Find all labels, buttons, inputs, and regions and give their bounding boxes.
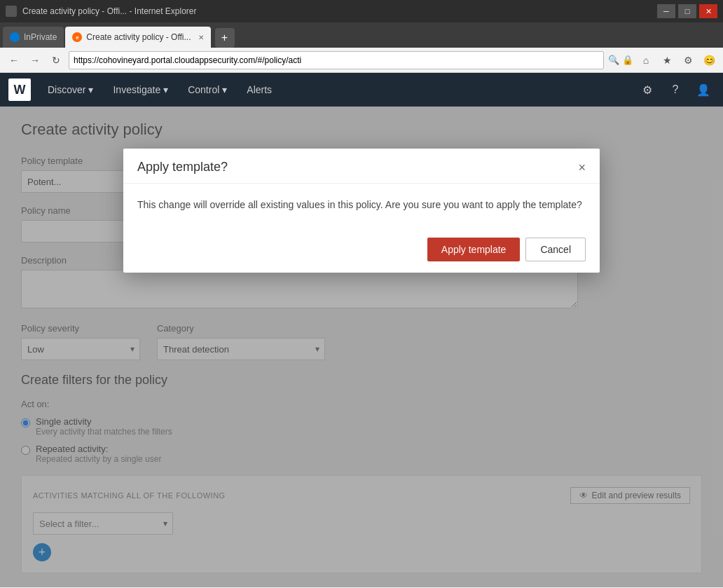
help-icon-btn[interactable]: ? xyxy=(664,78,687,101)
title-bar: Create activity policy - Offi... - Inter… xyxy=(0,0,723,22)
new-tab-button[interactable]: + xyxy=(215,28,235,48)
nav-control[interactable]: Control ▾ xyxy=(179,73,235,107)
apply-template-button[interactable]: Apply template xyxy=(427,238,521,261)
emoji-button[interactable]: 😊 xyxy=(701,52,717,69)
modal-body: This change will override all existing v… xyxy=(123,184,600,226)
address-bar: ← → ↻ 🔍 🔒 ⌂ ★ ⚙ 😊 xyxy=(0,48,723,73)
modal-title: Apply template? xyxy=(137,160,228,175)
modal-close-button[interactable]: × xyxy=(578,161,586,174)
tab-inprivate[interactable]: InPrivate xyxy=(3,27,64,48)
nav-right: ⚙ ? 👤 xyxy=(636,78,715,101)
nav-alerts[interactable]: Alerts xyxy=(238,73,280,107)
modal-overlay: Apply template? × This change will overr… xyxy=(0,107,723,587)
close-button[interactable]: ✕ xyxy=(699,4,717,18)
forward-button[interactable]: → xyxy=(27,52,43,69)
nav-discover[interactable]: Discover ▾ xyxy=(39,73,102,107)
back-button[interactable]: ← xyxy=(6,52,22,69)
home-button[interactable]: ⌂ xyxy=(638,52,654,69)
favorites-button[interactable]: ★ xyxy=(659,52,675,69)
search-icon: 🔍 xyxy=(608,55,619,65)
tab-inprivate-label: InPrivate xyxy=(24,32,57,42)
refresh-button[interactable]: ↻ xyxy=(48,52,64,69)
tab-policy-label: Create activity policy - Offi... xyxy=(86,32,191,42)
tab-bar: InPrivate e Create activity policy - Off… xyxy=(0,22,723,48)
cancel-button[interactable]: Cancel xyxy=(525,238,586,261)
address-icons: 🔍 🔒 xyxy=(608,55,633,65)
minimize-button[interactable]: ─ xyxy=(657,4,675,18)
title-bar-controls: ─ □ ✕ xyxy=(657,4,717,18)
policy-favicon: e xyxy=(72,32,82,42)
nav-investigate-label: Investigate xyxy=(113,84,160,95)
title-bar-text: Create activity policy - Offi... - Inter… xyxy=(22,6,652,16)
nav-investigate-chevron: ▾ xyxy=(163,84,168,95)
nav-investigate[interactable]: Investigate ▾ xyxy=(104,73,177,107)
lock-icon: 🔒 xyxy=(622,55,633,65)
nav-discover-label: Discover xyxy=(48,84,85,95)
tab-close-icon[interactable]: ✕ xyxy=(198,34,204,41)
settings-nav-button[interactable]: ⚙ xyxy=(680,52,696,69)
nav-alerts-label: Alerts xyxy=(247,84,272,95)
inprivate-favicon xyxy=(10,32,20,42)
browser-icon xyxy=(6,6,17,17)
page-content: Create activity policy Policy template P… xyxy=(0,107,723,587)
browser-chrome: Create activity policy - Offi... - Inter… xyxy=(0,0,723,587)
address-input[interactable] xyxy=(69,51,604,69)
modal-header: Apply template? × xyxy=(123,149,600,184)
modal-footer: Apply template Cancel xyxy=(123,226,600,273)
user-icon-btn[interactable]: 👤 xyxy=(692,78,715,101)
app-nav: W Discover ▾ Investigate ▾ Control ▾ Ale… xyxy=(0,73,723,107)
app-logo: W xyxy=(8,78,31,101)
nav-discover-chevron: ▾ xyxy=(88,84,93,95)
maximize-button[interactable]: □ xyxy=(678,4,696,18)
nav-control-chevron: ▾ xyxy=(222,84,227,95)
nav-control-label: Control xyxy=(188,84,219,95)
apply-template-modal: Apply template? × This change will overr… xyxy=(123,149,600,273)
settings-icon-btn[interactable]: ⚙ xyxy=(636,78,659,101)
tab-policy[interactable]: e Create activity policy - Offi... ✕ xyxy=(65,27,210,48)
